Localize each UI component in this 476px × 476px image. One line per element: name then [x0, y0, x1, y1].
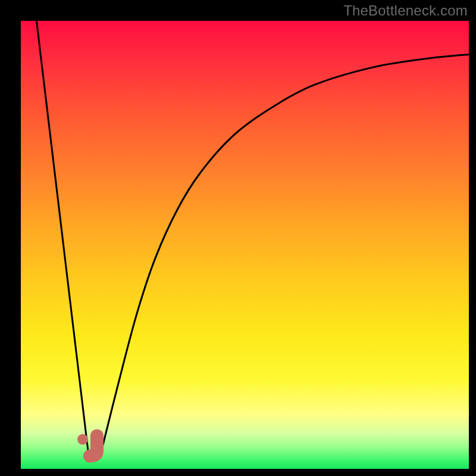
chart-frame: TheBottleneck.com	[0, 0, 476, 476]
plot-area	[21, 21, 469, 469]
curve-left-branch	[36, 21, 88, 451]
marker-dot-icon	[77, 434, 88, 444]
marker-hook-icon	[90, 436, 97, 456]
watermark-text: TheBottleneck.com	[343, 2, 468, 19]
curve-right-branch	[102, 55, 469, 451]
chart-svg	[21, 21, 469, 469]
